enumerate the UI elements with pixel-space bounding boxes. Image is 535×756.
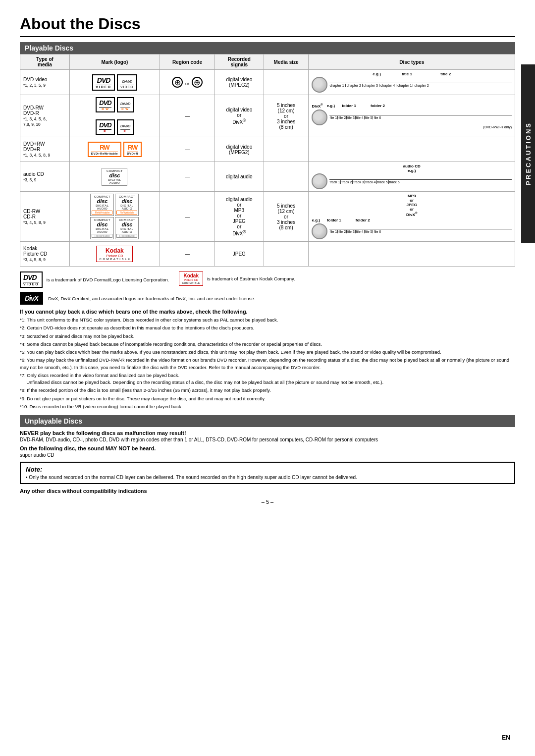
disc-type-audio-cd: audio CD e.g.) track 1track 2track 3trac… [309, 162, 515, 192]
footnote-5: *5: You can play back discs which bear t… [20, 349, 515, 356]
any-other-heading: Any other discs without compatibility in… [20, 488, 515, 494]
warning-title: If you cannot play back a disc which bea… [20, 309, 515, 315]
disc-type-kodak [309, 242, 515, 267]
disc-type-cd-rw-r: MP3orJPEGorDivX® e.g.) folder 1 folder 2… [309, 192, 515, 242]
unplayable-discs-section: Unplayable Discs NEVER play back the fol… [20, 415, 515, 494]
media-dvd-plus: DVD+RWDVD+R*1, 3, 4, 5, 8, 9 [20, 137, 70, 162]
note-text: • Only the sound recorded on the normal … [26, 475, 509, 480]
size-audio-cd [264, 162, 309, 192]
col-logo: Mark (logo) [69, 54, 160, 70]
on-following-heading: On the following disc, the sound MAY NOT… [20, 445, 515, 451]
size-cd-rw-r: 5 inches(12 cm)or3 inches(8 cm) [264, 192, 309, 242]
size-dvd-plus [264, 137, 309, 162]
footnote-9: *9: Do not glue paper or put stickers on… [20, 395, 515, 402]
signals-dvd-plus: digital video(MPEG2) [214, 137, 264, 162]
region-cd-rw-r: — [160, 192, 215, 242]
trademark-section: DVD VIDEO is a trademark of DVD Format/L… [20, 271, 515, 288]
size-dvd-video [264, 70, 309, 95]
page-number: – 5 – [20, 499, 515, 505]
divx-section: DivX DivX, DivX Certified, and associate… [20, 292, 515, 305]
logo-cd-rw-r: COMPACT disc DIGITAL AUDIO ReWritable CO… [69, 192, 160, 242]
media-cd-rw-r: CD-RWCD-R*3, 4, 5, 8, 9 [20, 192, 70, 242]
footnote-4: *4: Some discs cannot be played back bec… [20, 341, 515, 348]
footnote-7: *7: Only discs recorded in the video for… [20, 372, 515, 386]
page-title: About the Discs [20, 15, 515, 37]
table-row: KodakPicture CD*3, 4, 5, 8, 9 Kodak Pict… [20, 242, 515, 267]
table-row: DVD-RWDVD-R*1, 3, 4, 5, 6,7,8, 9, 10 DVD… [20, 95, 515, 137]
playable-discs-section: Playable Discs Type ofmedia Mark (logo) … [20, 42, 515, 267]
footnote-2: *2: Certain DVD-video does not operate a… [20, 324, 515, 331]
col-size: Media size [264, 54, 309, 70]
note-title: Note: [26, 466, 509, 473]
region-dvd-rw-r: — [160, 95, 215, 137]
logo-dvd-rw-r: DVD R W D▸V▸D R W DVD R [69, 95, 160, 137]
table-row: DVD+RWDVD+R*1, 3, 4, 5, 8, 9 RW DVD+ReWr… [20, 137, 515, 162]
dvd-trademark-text: is a trademark of DVD Format/Logo Licens… [47, 277, 169, 282]
footnote-8: *8: If the recorded portion of the disc … [20, 387, 515, 394]
signals-dvd-rw-r: digital videoorDivX® [214, 95, 264, 137]
footnote-10: *10: Discs recorded in the VR (video rec… [20, 403, 515, 410]
precautions-sidebar: PRECAUTIONS [521, 64, 535, 243]
media-dvd-rw-r: DVD-RWDVD-R*1, 3, 4, 5, 6,7,8, 9, 10 [20, 95, 70, 137]
logo-kodak: Kodak Picture CD C O M P A T I B L E [69, 242, 160, 267]
media-kodak: KodakPicture CD*3, 4, 5, 8, 9 [20, 242, 70, 267]
region-audio-cd: — [160, 162, 215, 192]
media-audio-cd: audio CD*3, 5, 9 [20, 162, 70, 192]
signals-audio-cd: digital audio [214, 162, 264, 192]
signals-kodak: JPEG [214, 242, 264, 267]
footnote-1: *1: This unit conforms to the NTSC color… [20, 317, 515, 324]
divx-logo: DivX [20, 292, 43, 305]
size-dvd-rw-r: 5 inches(12 cm)or3 inches(8 cm) [264, 95, 309, 137]
footnotes: *1: This unit conforms to the NTSC color… [20, 317, 515, 410]
disc-type-dvd-video: e.g.) title 1 title 2 chapter 1chapter 2… [309, 70, 515, 95]
col-media: Type ofmedia [20, 54, 70, 70]
signals-cd-rw-r: digital audioorMP3orJPEGorDivX® [214, 192, 264, 242]
never-play-text: DVD-RAM, DVD-audio, CD-i, photo CD, DVD … [20, 437, 515, 442]
kodak-trademark: Kodak Picture CD COMPATIBLE is trademark… [179, 271, 295, 286]
signals-dvd-video: digital video(MPEG2) [214, 70, 264, 95]
col-types: Disc types [309, 54, 515, 70]
logo-dvd-plus: RW DVD+ReWritable RW DVD+R [69, 137, 160, 162]
never-play-heading: NEVER play back the following discs as m… [20, 430, 515, 436]
table-row: CD-RWCD-R*3, 4, 5, 8, 9 COMPACT disc DIG… [20, 192, 515, 242]
footnote-3: *3: Scratched or stained discs may not b… [20, 333, 515, 340]
table-row: DVD-video*1, 2, 3, 5, 9 DVD VIDEO D▸V▸D … [20, 70, 515, 95]
disc-type-dvd-rw-r: DivX® e.g.) folder 1 folder 2 file 1file… [309, 95, 515, 137]
footnote-6: *6: You may play back the unfinalized DV… [20, 357, 515, 371]
unplayable-discs-header: Unplayable Discs [20, 415, 515, 427]
playable-discs-header: Playable Discs [20, 42, 515, 54]
divx-text: DivX, DivX Certified, and associated log… [48, 296, 255, 301]
table-row: audio CD*3, 5, 9 COMPACT disc DIGITAL AU… [20, 162, 515, 192]
col-signals: Recordedsignals [214, 54, 264, 70]
col-region: Region code [160, 54, 215, 70]
dvd-trademark: DVD VIDEO is a trademark of DVD Format/L… [20, 271, 169, 288]
region-dvd-video: ⊕ or ⊕ [160, 70, 215, 95]
size-kodak [264, 242, 309, 267]
region-kodak: — [160, 242, 215, 267]
region-dvd-plus: — [160, 137, 215, 162]
logo-audio-cd: COMPACT disc DIGITAL AUDIO [69, 162, 160, 192]
logo-dvd-video: DVD VIDEO D▸V▸D VIDEO [69, 70, 160, 95]
playable-discs-table: Type ofmedia Mark (logo) Region code Rec… [20, 54, 515, 267]
language-indicator: EN [502, 734, 510, 741]
precautions-label: PRECAUTIONS [525, 122, 532, 185]
warning-section: If you cannot play back a disc which bea… [20, 309, 515, 410]
note-box: Note: • Only the sound recorded on the n… [20, 462, 515, 484]
on-following-text: super audio CD [20, 452, 515, 458]
media-dvd-video: DVD-video*1, 2, 3, 5, 9 [20, 70, 70, 95]
kodak-trademark-text: is trademark of Eastman Kodak Company. [207, 276, 295, 281]
disc-type-dvd-plus [309, 137, 515, 162]
